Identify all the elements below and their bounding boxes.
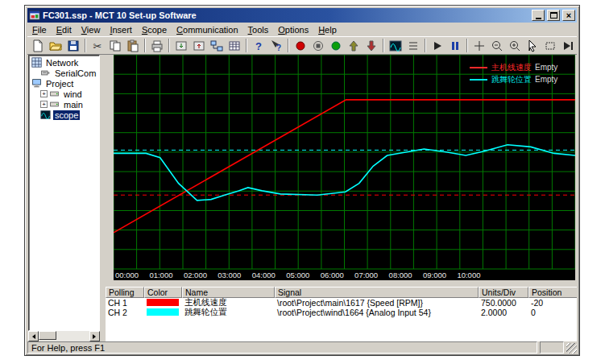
grid-icon — [228, 39, 241, 52]
scroll-left-button[interactable] — [28, 331, 39, 341]
scroll-right-button[interactable] — [89, 331, 100, 341]
menu-item-help[interactable]: Help — [313, 23, 342, 36]
table-cell: \root\Project\wind\1664 {Analog Input 54… — [275, 308, 479, 317]
menu-item-scope[interactable]: Scope — [137, 23, 172, 36]
maximize-button[interactable] — [547, 10, 560, 21]
table-row[interactable]: CH 1主机线速度\root\Project\main\1617 {Speed … — [106, 298, 577, 308]
scope-view: 00:00001:00002:00003:00004:00005:00006:0… — [106, 55, 577, 287]
print-button[interactable] — [148, 37, 166, 54]
menu-item-tools[interactable]: Tools — [243, 23, 274, 36]
go-button[interactable] — [327, 37, 345, 54]
svg-text:05:000: 05:000 — [286, 271, 309, 279]
tree-item-serialcom[interactable]: SerialCom — [29, 68, 99, 78]
wave-button[interactable] — [387, 37, 404, 54]
column-header-signal[interactable]: Signal — [275, 287, 479, 298]
zoomout-icon — [491, 39, 503, 52]
help-icon — [252, 39, 265, 52]
column-header-name[interactable]: Name — [182, 287, 275, 298]
menu-item-file[interactable]: File — [27, 23, 52, 36]
list-button[interactable] — [404, 37, 422, 54]
channel-color-swatch — [147, 299, 179, 306]
network-button[interactable] — [208, 37, 226, 54]
arrow-right-icon — [93, 334, 98, 339]
serial-icon — [40, 68, 52, 78]
import-button[interactable] — [172, 37, 190, 54]
open-button[interactable] — [47, 37, 64, 54]
toolbar-separator — [246, 39, 247, 52]
menu-item-insert[interactable]: Insert — [105, 23, 137, 36]
minimize-button[interactable] — [532, 10, 545, 21]
pointer-button[interactable] — [524, 37, 541, 54]
helparrow-button[interactable] — [267, 37, 285, 54]
tree-item-main[interactable]: +main — [29, 99, 99, 110]
pc-icon — [31, 78, 43, 89]
close-button[interactable]: × — [562, 10, 575, 21]
new-icon — [31, 39, 44, 52]
scrollbar-track[interactable] — [56, 331, 89, 341]
scrollbar-thumb[interactable] — [39, 331, 56, 340]
title-bar[interactable]: FC301.ssp - MCT 10 Set-up Software × — [27, 8, 577, 23]
resize-grip[interactable] — [566, 343, 577, 354]
tree-item-wind[interactable]: +wind — [29, 89, 99, 99]
expander-icon[interactable]: + — [40, 101, 48, 108]
paste-button[interactable] — [124, 37, 142, 54]
up-button[interactable] — [345, 37, 363, 54]
box-button[interactable] — [541, 37, 559, 54]
maximize-icon — [550, 12, 557, 19]
cross-button[interactable] — [470, 37, 488, 54]
channel-table: PollingColorNameSignalUnits/DivPosition … — [106, 287, 577, 341]
cut-button[interactable] — [89, 37, 106, 54]
tree-item-label: Network — [44, 58, 80, 68]
play-icon — [431, 39, 444, 52]
menu-item-options[interactable]: Options — [273, 23, 313, 36]
svg-text:07:000: 07:000 — [354, 271, 378, 279]
zoomin-button[interactable] — [506, 37, 524, 54]
channel-color-swatch — [147, 308, 179, 316]
tree-item-label: main — [62, 100, 85, 110]
tree-item-label: wind — [62, 89, 84, 99]
legend-item: 主机线速度Empty — [470, 61, 557, 73]
box-icon — [544, 39, 557, 52]
toolbar-separator — [168, 39, 170, 52]
column-header-color[interactable]: Color — [144, 287, 182, 298]
menu-item-edit[interactable]: Edit — [52, 23, 77, 36]
table-cell: \root\Project\main\1617 {Speed [RPM]} — [275, 298, 479, 308]
export-button[interactable] — [190, 37, 208, 54]
panel-splitter[interactable] — [100, 55, 106, 341]
table-cell: CH 1 — [106, 298, 144, 308]
tree-item-scope[interactable]: scope — [29, 110, 99, 120]
scope-plot-container: 00:00001:00002:00003:00004:00005:00006:0… — [114, 55, 575, 280]
table-row[interactable]: CH 2跳舞轮位置\root\Project\wind\1664 {Analog… — [106, 308, 577, 317]
stop-icon — [312, 39, 325, 52]
tree-item-network[interactable]: Network — [29, 57, 99, 68]
column-header-unitsdiv[interactable]: Units/Div — [479, 287, 528, 298]
save-button[interactable] — [64, 37, 82, 54]
play-button[interactable] — [429, 37, 446, 54]
pause-button[interactable] — [446, 37, 464, 54]
table-cell: 750.0000 — [479, 298, 528, 308]
down-button[interactable] — [363, 37, 380, 54]
menu-item-communication[interactable]: Communication — [172, 23, 242, 36]
status-bar: For Help, press F1 — [27, 341, 577, 354]
up-icon — [347, 39, 360, 52]
copy-button[interactable] — [106, 37, 124, 54]
scope-plot[interactable]: 00:00001:00002:00003:00004:00005:00006:0… — [114, 55, 575, 280]
pause-icon — [449, 39, 462, 52]
toolbar-separator — [425, 39, 426, 52]
column-header-position[interactable]: Position — [528, 287, 577, 298]
help-button[interactable] — [250, 37, 267, 54]
tree-horizontal-scrollbar[interactable] — [28, 331, 100, 341]
menu-item-view[interactable]: View — [77, 23, 106, 36]
expander-icon[interactable]: + — [40, 90, 48, 97]
record-button[interactable] — [292, 37, 309, 54]
export-icon — [193, 39, 205, 52]
legend-channel-name: 主机线速度 — [491, 62, 532, 73]
grid-button[interactable] — [226, 37, 243, 54]
step-button[interactable] — [559, 37, 577, 54]
svg-text:04:000: 04:000 — [252, 271, 276, 279]
new-button[interactable] — [29, 37, 47, 54]
stop-button[interactable] — [309, 37, 327, 54]
column-header-polling[interactable]: Polling — [106, 287, 144, 298]
tree-item-project[interactable]: Project — [29, 78, 99, 89]
zoomout-button[interactable] — [488, 37, 506, 54]
